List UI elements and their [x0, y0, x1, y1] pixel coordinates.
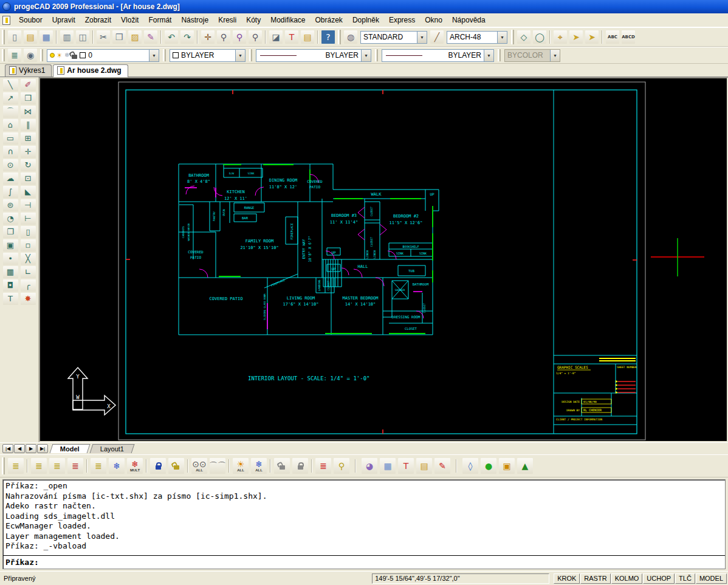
coordinates-readout[interactable]: 149'-5 15/64",49'-5 17/32",0"	[372, 573, 549, 584]
tool-erase-button[interactable]: ✐	[20, 78, 36, 92]
tool-entity-snap-button[interactable]: ◇	[517, 30, 531, 44]
tab-layout1[interactable]: Layout1	[89, 444, 134, 453]
layout-nav-3[interactable]: ▶|	[37, 444, 48, 453]
tool-stretch-button[interactable]: ◣	[20, 185, 36, 199]
menu-koty[interactable]: Kóty	[241, 14, 266, 26]
tool-copy-button[interactable]: ❒	[112, 30, 126, 44]
tool-line-button[interactable]: ╲	[2, 78, 19, 92]
document-tab-vykres1[interactable]: Výkres1	[5, 64, 52, 77]
tool-help-button[interactable]: ?	[321, 30, 335, 44]
tool-layer-freeze-mult-button[interactable]: ❄MULT	[126, 457, 143, 474]
tool-zoom-realtime-button[interactable]: ⚲	[216, 30, 231, 44]
toolbar-handle[interactable]	[163, 49, 166, 62]
menu-obrazek[interactable]: Obrázek	[311, 14, 348, 26]
tool-trim-button[interactable]: ⊣	[20, 199, 36, 212]
menu-format[interactable]: Formát	[143, 14, 176, 26]
tool-layer-walk-button[interactable]: ⚲	[333, 457, 350, 474]
tool-spell-check-button[interactable]: ABC	[605, 30, 620, 44]
command-history[interactable]: Příkaz: _openNahrazování písma [ic-txt.s…	[3, 480, 725, 555]
chevron-down-icon[interactable]: ▼	[497, 32, 507, 43]
tool-rotate-button[interactable]: ↻	[20, 159, 36, 172]
tool-layer-lock-button[interactable]	[149, 457, 167, 474]
toolbar-handle[interactable]	[375, 49, 378, 62]
layer-on-bulb-icon[interactable]	[50, 53, 55, 58]
chevron-down-icon[interactable]: ▼	[235, 50, 245, 61]
tool-pan-button[interactable]: ✛	[201, 30, 215, 44]
command-prompt[interactable]: Příkaz:	[3, 555, 725, 569]
toolbar-handle[interactable]	[498, 49, 501, 62]
tool-layer-explorer-button[interactable]: ◉	[23, 48, 38, 63]
tool-ellipse-arc-button[interactable]: ◔	[2, 212, 19, 225]
menu-soubor[interactable]: Soubor	[14, 14, 47, 26]
tool-draw-order-button[interactable]: ◪	[269, 30, 283, 44]
dim-style-combo[interactable]: ARCH-48 ▼	[447, 31, 507, 44]
tool-zoom-previous-button[interactable]: ⚲	[248, 30, 263, 44]
menu-modifikace[interactable]: Modifikace	[266, 14, 310, 26]
tool-text-styles-button[interactable]: T	[397, 457, 414, 474]
status-toggle-rastr[interactable]: RASTR	[580, 573, 610, 584]
tool-layer-unlock-button[interactable]	[168, 457, 185, 474]
tool-image-folder-button[interactable]: ▤	[416, 457, 433, 474]
tool-properties-button[interactable]: ◍	[343, 30, 358, 44]
chevron-down-icon[interactable]: ▼	[417, 32, 427, 43]
tool-arc-button[interactable]: ⌒	[2, 105, 19, 118]
menu-zobrazit[interactable]: Zobrazit	[80, 14, 116, 26]
tool-snap-clear-button[interactable]: ➤	[585, 30, 599, 44]
tool-scale-button[interactable]: ⊡	[20, 172, 36, 185]
layer-combo[interactable]: ☀ ❄ 0 ▼	[47, 49, 159, 62]
tool-chamfer-button[interactable]: ∟	[20, 265, 36, 279]
tool-array-button[interactable]: ⊞	[20, 132, 36, 145]
tool-undo-button[interactable]: ↶	[164, 30, 179, 44]
tool-open-button[interactable]: ▤	[23, 30, 38, 44]
tool-image-adjust-button[interactable]: ▦	[379, 457, 396, 474]
tool-copy-object-button[interactable]: ❒	[20, 92, 36, 105]
tool-offset-button[interactable]: ∥	[20, 118, 36, 132]
tool-revision-cloud-button[interactable]: ☁	[2, 172, 19, 185]
status-toggle-krok[interactable]: KROK	[554, 573, 580, 584]
layout-nav-2[interactable]: ▶	[26, 444, 36, 453]
lineweight-combo[interactable]: BYLAYER ▼	[382, 49, 494, 62]
toolbar-handle[interactable]	[511, 30, 514, 44]
drawing-viewport[interactable]: Y W X BATHROOM8' X 4'8"KITCHEN12' X 11'D…	[40, 78, 727, 441]
tool-explode-button[interactable]: ✸	[20, 292, 36, 306]
menu-upravit[interactable]: Upravit	[47, 14, 80, 26]
tool-snap-run-button[interactable]: ➤	[569, 30, 583, 44]
tool-dim-style-button[interactable]: ╱	[430, 30, 444, 44]
tool-text-button[interactable]: T	[2, 292, 19, 306]
tool-break-at-point-button[interactable]: ▯	[20, 225, 36, 239]
tool-region-button[interactable]: ◘	[2, 279, 19, 292]
tool-text-style-manager-button[interactable]: T	[284, 30, 299, 44]
chevron-down-icon[interactable]: ▼	[149, 50, 159, 61]
layout-nav-0[interactable]: |◀	[2, 444, 13, 453]
tool-circle-button[interactable]: ⊙	[2, 159, 19, 172]
tool-layer-freeze-button[interactable]: ❄	[108, 457, 125, 474]
tab-model[interactable]: Model	[50, 444, 91, 453]
menu-vlozit[interactable]: Vložit	[116, 14, 143, 26]
menu-express[interactable]: Express	[384, 14, 420, 26]
tool-ellipse-button[interactable]: ⊜	[2, 199, 19, 212]
status-toggle-model[interactable]: MODEL	[696, 573, 727, 584]
tool-materials-button[interactable]: ▣	[498, 457, 515, 474]
chevron-down-icon[interactable]: ▼	[361, 50, 371, 61]
document-icon[interactable]	[2, 16, 10, 25]
tool-freeze-all-button[interactable]: ❄ALL	[250, 457, 267, 474]
tool-multiline-button[interactable]: ↗	[2, 92, 19, 105]
tool-mirror-button[interactable]: ⋈	[20, 105, 36, 118]
toolbar-handle[interactable]	[338, 30, 341, 44]
tool-layer-manager-button[interactable]: ≣	[7, 48, 22, 63]
tool-show-all-button[interactable]: ⊙⊙ALL	[191, 457, 208, 474]
tool-save-button[interactable]: ▦	[39, 30, 53, 44]
tool-cut-button[interactable]: ✂	[96, 30, 111, 44]
tool-unlock-all-button[interactable]	[273, 457, 290, 474]
tool-layer-isolate-button[interactable]: ≣	[49, 457, 66, 474]
status-toggle-kolmo[interactable]: KOLMO	[611, 573, 643, 584]
tool-format-painter-button[interactable]: ✎	[143, 30, 158, 44]
layer-thaw-sun-icon[interactable]: ☀	[57, 52, 63, 59]
status-toggle-uchop[interactable]: UCHOP	[643, 573, 675, 584]
linetype-combo[interactable]: BYLAYER ▼	[256, 49, 371, 62]
tool-paste-button[interactable]: ▨	[128, 30, 142, 44]
tool-layer-match-button[interactable]: ≣	[30, 457, 47, 474]
menu-doplnek[interactable]: Doplněk	[348, 14, 384, 26]
tool-edit-length-button[interactable]: ╳	[20, 252, 36, 265]
tool-polygon-button[interactable]: ⌂	[2, 118, 19, 132]
